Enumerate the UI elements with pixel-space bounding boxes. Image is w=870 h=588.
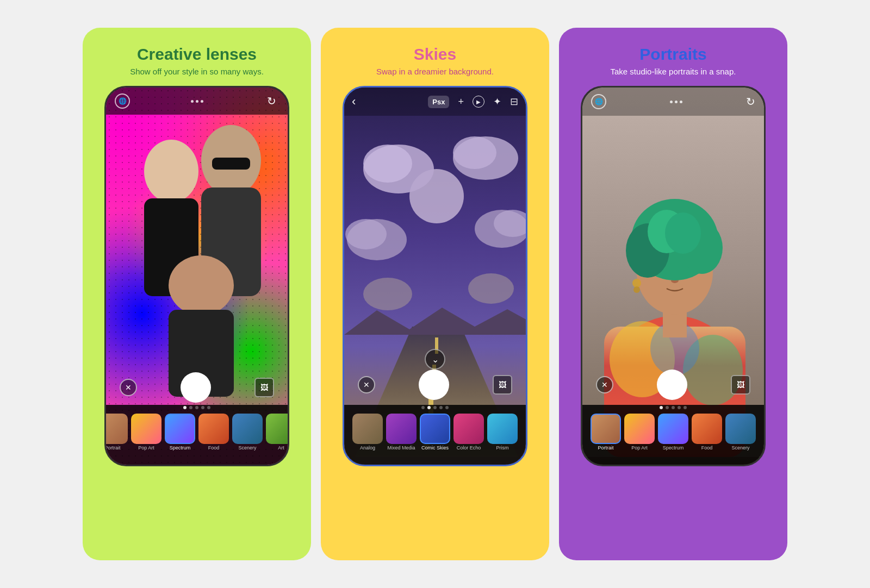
thumb-art [266,414,288,444]
expand-button[interactable]: ⌄ [425,349,445,370]
skies-tools: Psx + ▶ ✦ ⊟ [428,96,518,108]
thumb-label-comic: Comic Skies [421,445,449,451]
cancel-button-skies[interactable]: ✕ [358,376,375,393]
camera-controls-creative: ✕ 🖼 [106,372,288,402]
thumb-item-analog[interactable]: Analog [352,414,383,451]
thumb-item-portrait2[interactable]: Portrait [591,414,621,451]
gallery-button-p[interactable]: 🖼 [731,375,750,395]
panel-creative-title: Creative lenses [137,45,257,64]
svg-point-17 [363,278,412,310]
thumb-portrait2 [591,414,621,444]
people-area [106,115,288,405]
thumb-spectrum [165,414,195,444]
dot-p2 [675,101,678,103]
thumb-label-spectrum2: Spectrum [663,445,684,451]
people-svg [106,115,288,405]
toolbar-portraits: 🌐 ↻ [582,87,764,116]
thumb-item-scenery2[interactable]: Scenery [725,414,756,451]
refresh-icon[interactable]: ↻ [264,93,279,109]
thumb-item-comic[interactable]: Comic Skies [420,414,450,451]
panel-skies-subtitle: Swap in a dreamier background. [376,67,494,76]
thumb-label-food2: Food [701,445,713,451]
thumb-item-popart2[interactable]: Pop Art [624,414,655,451]
thumb-label-popart: Pop Art [138,445,154,451]
magic-icon[interactable]: ✦ [493,96,501,108]
gallery-button[interactable]: 🖼 [254,378,274,397]
dot3 [201,100,203,103]
thumb-item-popart[interactable]: Pop Art [131,414,161,451]
toolbar-dots [191,100,203,103]
thumb-item-food2[interactable]: Food [692,414,722,451]
sliders-icon[interactable]: ⊟ [510,96,518,108]
thumb-prism [487,414,518,444]
thumb-label-scenery: Scenery [238,445,256,451]
gallery-button-skies[interactable]: 🖼 [493,375,512,395]
thumb-item-scenery[interactable]: Scenery [232,414,263,451]
shutter-button[interactable] [181,372,211,403]
svg-point-42 [632,279,641,287]
dot-p3 [680,101,682,103]
thumb-comic [420,414,450,444]
thumb-label-mixed: Mixed Media [387,445,415,451]
phone-bottom-skies: Analog Mixed Media Comic Skies Colo [344,405,526,465]
thumb-label-popart2: Pop Art [631,445,648,451]
globe-icon[interactable]: 🌐 [115,93,130,109]
thumb-item-prism[interactable]: Prism [487,414,518,451]
thumb-item-food[interactable]: Food [198,414,229,451]
phone-skies-screen: ‹ Psx + ▶ ✦ ⊟ ⌄ ✕ [344,87,526,465]
thumb-analog [352,414,383,444]
globe-icon-p[interactable]: 🌐 [591,94,606,109]
thumb-label-food: Food [208,445,220,451]
thumb-label-prism: Prism [496,445,509,451]
panel-creative: Creative lenses Show off your style in s… [83,28,311,560]
thumb-item-portrait[interactable]: Portrait [106,414,128,451]
svg-point-10 [363,145,412,183]
panel-portraits-title: Portraits [639,45,706,64]
thumb-item-echo[interactable]: Color Echo [453,414,484,451]
dot1 [191,100,194,103]
plus-icon[interactable]: + [458,96,464,108]
phone-creative: 🌐 ↻ ✕ 🖼 [104,86,289,466]
thumb-label-echo: Color Echo [457,445,481,451]
panel-skies: Skies Swap in a dreamier background. [321,28,549,560]
camera-controls-skies: ✕ 🖼 [344,370,526,399]
panel-skies-title: Skies [414,45,456,64]
psx-badge[interactable]: Psx [428,96,449,108]
thumb-label-analog: Analog [360,445,375,451]
shutter-button-p[interactable] [657,370,687,400]
thumb-food2 [692,414,722,444]
cancel-button-p[interactable]: ✕ [596,376,613,393]
refresh-icon-p[interactable]: ↻ [746,95,755,108]
back-button[interactable]: ‹ [352,95,356,109]
toolbar-skies: ‹ Psx + ▶ ✦ ⊟ [344,87,526,116]
thumb-label-art: Art [278,445,284,451]
phone-skies: ‹ Psx + ▶ ✦ ⊟ ⌄ ✕ [343,86,527,466]
sky-scene-svg [344,87,526,457]
cancel-button[interactable]: ✕ [120,379,137,396]
svg-point-2 [144,140,198,203]
thumb-food [198,414,229,444]
toolbar-creative: 🌐 ↻ [106,87,288,115]
thumb-row-portraits: Portrait Pop Art Spectrum Food [582,409,764,452]
thumb-popart [131,414,161,444]
svg-rect-6 [212,158,250,170]
svg-point-18 [468,273,514,304]
play-icon[interactable]: ▶ [473,96,484,108]
thumb-item-spectrum2[interactable]: Spectrum [658,414,688,451]
thumb-scenery [232,414,263,444]
thumb-row-skies: Analog Mixed Media Comic Skies Colo [344,409,526,452]
svg-point-12 [453,136,496,169]
thumb-mixed [386,414,417,444]
svg-point-41 [665,212,701,254]
thumb-item-art[interactable]: Art [266,414,288,451]
thumb-label-scenery2: Scenery [731,445,749,451]
dot2 [196,100,198,103]
thumb-label-portrait2: Portrait [598,445,613,451]
thumb-scenery2 [725,414,756,444]
shutter-button-skies[interactable] [419,370,449,400]
thumb-item-mixed[interactable]: Mixed Media [386,414,417,451]
phone-creative-screen: 🌐 ↻ ✕ 🖼 [106,87,288,465]
thumb-item-spectrum[interactable]: Spectrum [165,414,195,451]
toolbar-dots-p [670,101,682,103]
portrait-svg [582,87,764,457]
